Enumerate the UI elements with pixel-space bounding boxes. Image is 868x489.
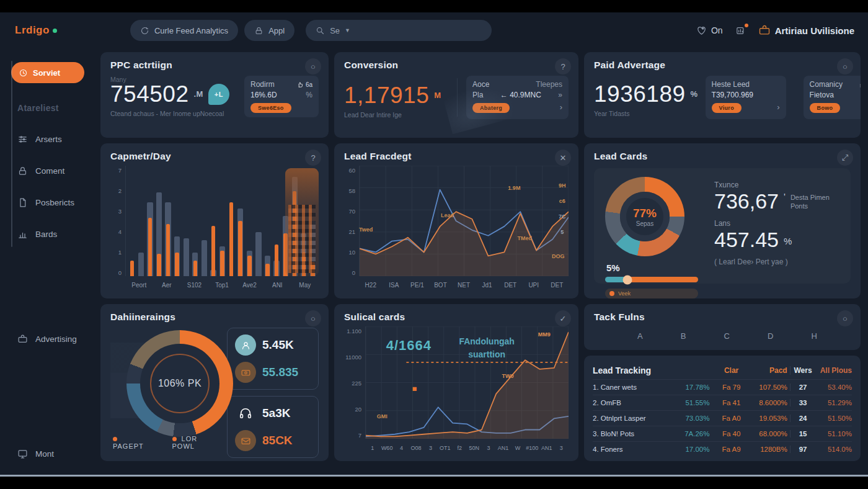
search-input[interactable]: Se ▼ — [306, 20, 492, 41]
sidebar-item-mont[interactable]: Mont — [17, 449, 99, 459]
sliders-icon — [17, 134, 28, 145]
column-letter[interactable]: H — [812, 331, 817, 341]
table-row[interactable]: 1. Caner wets17.78%Fa 79107.50%2753.40% — [593, 379, 852, 395]
table-cell: 514.0% — [815, 446, 852, 453]
card-options-icon[interactable]: ○ — [837, 310, 853, 326]
chevron-right-icon[interactable]: › — [777, 102, 779, 112]
slider-knob[interactable] — [623, 275, 632, 284]
nav-feed-label: Curle Feed Analytics — [154, 26, 228, 35]
card-help-icon[interactable]: ? — [305, 150, 321, 166]
sidebar-item-arserts[interactable]: Arserts — [17, 134, 99, 145]
card-tack-fulns: Tack Fulns ○ ABCDH — [584, 304, 861, 350]
more-icon[interactable]: » — [558, 91, 562, 99]
y-tick: 2 — [110, 187, 122, 194]
card-options-icon[interactable]: ○ — [305, 58, 321, 74]
sidebar-item-bards[interactable]: Bards — [17, 229, 99, 240]
card-lead-cards: Lead Cards ⤢ 77%Sepas 5% Veek Txunce 736… — [584, 143, 861, 298]
user-menu[interactable]: Artiriau Uvilisione — [758, 24, 854, 37]
card-options-icon[interactable]: ○ — [305, 310, 321, 326]
briefcase-icon — [758, 24, 771, 37]
progress-slider[interactable] — [605, 277, 698, 282]
card-title: Capmetr/Day — [110, 151, 319, 162]
bar-chart: 723410 PeortAerS102Top1Ave2ANlMay — [110, 166, 319, 289]
panel-action-button[interactable]: Abaterg — [472, 103, 510, 113]
table-cell: 53.40% — [815, 384, 852, 391]
y-tick: 60 — [344, 167, 355, 174]
table-cell: 51.55% — [678, 399, 715, 406]
column-header[interactable]: Clar — [714, 366, 748, 375]
logo-text: Lrdigo — [15, 24, 50, 37]
clock-icon — [19, 68, 28, 78]
sidebar-item-posbericts[interactable]: Posbericts — [17, 197, 99, 208]
document-icon — [17, 197, 28, 208]
table-cell: Fa A0 — [714, 415, 748, 422]
y-tick: 4 — [110, 228, 122, 235]
chart-icon — [17, 229, 28, 240]
nav-app-button[interactable]: Appl — [244, 20, 294, 41]
monitor-icon — [17, 449, 28, 459]
chevron-right-icon[interactable]: › — [560, 102, 562, 112]
table-row[interactable]: 4. Foners17.00%Fa A91280B%97514.0% — [593, 441, 852, 457]
bar-orange — [157, 254, 161, 276]
sidebar-item-label: Arserts — [35, 135, 62, 144]
card-title: Dahiineraings — [110, 312, 319, 323]
bar-orange — [265, 264, 269, 276]
sidebar-item-label: Bards — [35, 230, 57, 239]
table-cell: 27 — [790, 384, 816, 391]
top-right-cluster: On Artiriau Uvilisione — [696, 24, 854, 37]
x-tick: DET — [498, 282, 522, 289]
notifications-button[interactable] — [735, 25, 746, 36]
column-header[interactable]: Wers — [790, 366, 816, 375]
y-tick: 0 — [110, 269, 122, 276]
table-row[interactable]: 2. OmFB51.55%Fa 418.6000%3351.29% — [593, 395, 852, 410]
table-cell: 3. BloN! Pots — [593, 430, 678, 437]
card-lead-fracdegt: Lead Fracdegt ✕ 60587021100 TwedLead1.9M… — [334, 143, 578, 298]
logo[interactable]: Lrdigo — [15, 24, 57, 37]
kpi-mid-panel: Heste Leed T39,700.969 Viuro› — [706, 76, 786, 119]
headset-icon — [235, 403, 256, 424]
y-tick: 7 — [344, 432, 361, 439]
column-letter[interactable]: C — [724, 331, 730, 341]
kpi-subtext: Year Tidasts — [594, 110, 698, 117]
highlight-region — [285, 168, 319, 276]
card-help-icon[interactable]: ? — [555, 58, 571, 74]
column-header[interactable]: All Plous — [815, 366, 852, 375]
x-tick: UPI — [522, 282, 546, 289]
table-cell: 24 — [790, 415, 816, 422]
y-tick: 10 — [344, 249, 355, 256]
panel-action-button[interactable]: Viuro — [712, 103, 742, 113]
column-header[interactable]: Pacd — [748, 366, 790, 375]
cash-icon — [235, 362, 256, 383]
on-toggle[interactable]: On — [696, 25, 723, 36]
table-row[interactable]: 3. BloN! Pots7A.26%Fa 4068.000%1551.10% — [593, 426, 852, 441]
card-close-icon[interactable]: ✕ — [555, 150, 571, 166]
x-tick: NET — [452, 282, 476, 289]
card-options-icon[interactable]: ○ — [837, 58, 853, 74]
bar-group — [156, 166, 163, 276]
sidebar-item-sorviet[interactable]: Sorviet — [11, 62, 84, 83]
card-check-icon[interactable]: ✓ — [555, 310, 571, 326]
table-cell: 4. Foners — [593, 446, 678, 453]
bar-group — [174, 166, 181, 276]
column-letter[interactable]: A — [637, 331, 643, 341]
nav-feed-button[interactable]: Curle Feed Analytics — [130, 20, 238, 41]
sidebar-item-coment[interactable]: Coment — [17, 166, 99, 176]
table-row[interactable]: 2. Otnlprt Lasper73.03%Fa A019.053%2451.… — [593, 410, 852, 426]
x-tick: 50N — [467, 445, 481, 451]
bar-group — [192, 166, 199, 276]
panel-action-button[interactable]: Swe6Eso — [250, 103, 291, 113]
x-tick: Aer — [153, 282, 181, 289]
bar-orange — [275, 244, 278, 276]
bar-group — [164, 166, 172, 276]
column-letter[interactable]: D — [768, 331, 773, 341]
mail-icon — [235, 430, 256, 451]
bar-group — [255, 166, 262, 276]
column-letter[interactable]: B — [681, 331, 686, 341]
panel-action-button[interactable]: Bowo — [810, 103, 841, 113]
sidebar-item-advertising[interactable]: Advertising — [17, 334, 99, 344]
y-tick: 1 — [110, 249, 122, 256]
heart-cursor-icon — [696, 25, 707, 36]
legend-dot — [609, 291, 614, 296]
table-cell: 15 — [790, 430, 816, 437]
card-expand-icon[interactable]: ⤢ — [837, 150, 853, 166]
